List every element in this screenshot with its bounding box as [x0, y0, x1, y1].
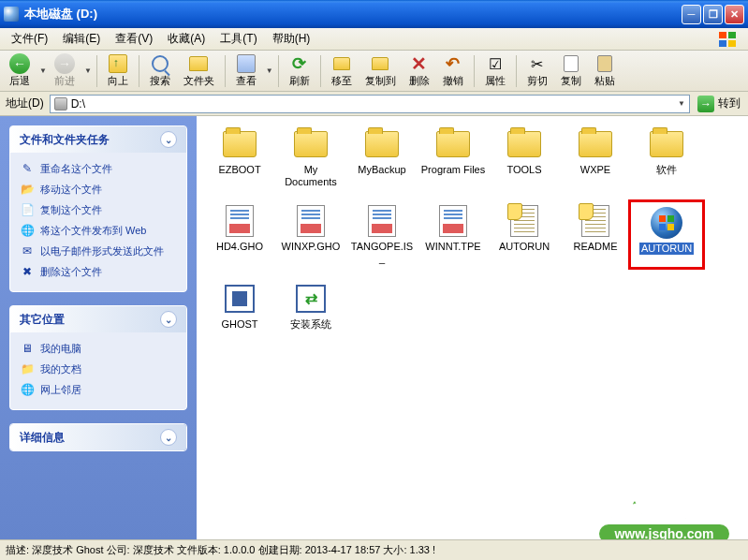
address-field[interactable]: D:\ ▼ [50, 95, 690, 113]
collapse-icon[interactable]: ⌄ [160, 131, 177, 148]
file-icon [226, 205, 254, 237]
folders-button[interactable]: 文件夹 [178, 52, 220, 90]
file-item[interactable]: HD4.GHO [206, 204, 273, 264]
file-item[interactable]: TANGOPE.IS_ [348, 204, 416, 264]
file-item[interactable]: TOOLS [491, 127, 558, 187]
cut-button[interactable]: ✂剪切 [521, 52, 553, 90]
address-value: D:\ [71, 97, 85, 111]
up-button[interactable]: 向上 [102, 52, 134, 90]
task-email[interactable]: ✉以电子邮件形式发送此文件 [20, 241, 177, 261]
file-item[interactable]: AUTORUN [633, 204, 700, 264]
tasks-header[interactable]: 文件和文件夹任务 ⌄ [10, 126, 186, 153]
email-icon: ✉ [20, 243, 35, 258]
place-mycomputer[interactable]: 🖥我的电脑 [20, 338, 177, 359]
address-label: 地址(D) [4, 96, 46, 111]
back-button[interactable]: ←后退 [4, 52, 36, 90]
task-delete[interactable]: ✖删除这个文件 [20, 261, 177, 282]
file-name: WINXP.GHO [282, 241, 341, 253]
rename-icon: ✎ [20, 161, 35, 176]
file-name: GHOST [221, 318, 257, 331]
folder-icon [223, 131, 257, 157]
file-name: AUTORUN [639, 243, 694, 255]
mydocs-icon: 📁 [20, 361, 35, 376]
views-button[interactable]: 查看 [230, 52, 262, 90]
folder-icon [507, 131, 541, 157]
menu-file[interactable]: 文件(F) [4, 29, 55, 49]
expand-icon[interactable]: ⌄ [160, 429, 177, 446]
folder-icon [436, 131, 470, 157]
app-icon [225, 285, 255, 313]
places-header[interactable]: 其它位置 ⌄ [10, 306, 186, 332]
file-name: TOOLS [506, 164, 541, 176]
address-dropdown-icon[interactable]: ▼ [678, 99, 685, 108]
file-item[interactable]: README [562, 204, 629, 264]
window-controls: ─ ❐ ✕ [682, 5, 744, 24]
copy-button[interactable]: 复制 [555, 52, 587, 90]
undo-button[interactable]: ↶撤销 [437, 52, 469, 90]
address-bar: 地址(D) D:\ ▼ → 转到 [0, 92, 748, 116]
views-dropdown-icon[interactable]: ▼ [266, 66, 273, 75]
search-button[interactable]: 搜索 [144, 52, 176, 90]
move-icon: 📂 [20, 182, 35, 197]
menu-favorites[interactable]: 收藏(A) [160, 29, 213, 49]
task-publish[interactable]: 🌐将这个文件发布到 Web [20, 220, 177, 241]
status-text: 描述: 深度技术 Ghost 公司: 深度技术 文件版本: 1.0.0.0 创建… [6, 543, 435, 557]
window-title: 本地磁盘 (D:) [24, 6, 97, 22]
copy-icon: 📄 [20, 202, 35, 217]
delete-button[interactable]: ✕删除 [403, 52, 435, 90]
file-item[interactable]: GHOST [206, 282, 273, 331]
place-network[interactable]: 🌐网上邻居 [20, 379, 177, 400]
drive-icon [4, 7, 19, 22]
minimize-button[interactable]: ─ [682, 5, 701, 24]
file-item[interactable]: MyBackup [348, 127, 416, 187]
file-name: WXPE [580, 164, 610, 176]
file-pane[interactable]: EZBOOTMy DocumentsMyBackupProgram FilesT… [197, 116, 748, 539]
copyto-button[interactable]: 复制到 [359, 52, 402, 90]
file-item[interactable]: Program Files [419, 127, 487, 187]
paste-button[interactable]: 粘贴 [589, 52, 621, 90]
refresh-button[interactable]: ⟳刷新 [284, 52, 315, 90]
place-label: 网上邻居 [40, 383, 81, 397]
file-item[interactable]: WINXP.GHO [277, 204, 345, 264]
task-copy[interactable]: 📄复制这个文件 [20, 199, 177, 220]
task-move[interactable]: 📂移动这个文件 [20, 179, 177, 199]
details-panel: 详细信息 ⌄ [9, 423, 187, 451]
file-name: AUTORUN [499, 241, 550, 253]
text-file-icon [581, 205, 609, 237]
file-item[interactable]: AUTORUN [491, 204, 558, 264]
menu-edit[interactable]: 编辑(E) [55, 29, 108, 49]
menubar: 文件(F) 编辑(E) 查看(V) 收藏(A) 工具(T) 帮助(H) [0, 28, 748, 51]
moveto-button[interactable]: 移至 [326, 52, 358, 90]
properties-button[interactable]: ☑属性 [479, 52, 511, 90]
menu-view[interactable]: 查看(V) [108, 29, 160, 49]
collapse-icon[interactable]: ⌄ [160, 311, 177, 328]
go-arrow-icon: → [697, 96, 714, 112]
file-name: WINNT.TPE [425, 241, 480, 253]
watermark: 技术员联盟 www.jsgho.com [592, 488, 737, 539]
file-name: MyBackup [358, 164, 405, 176]
file-item[interactable]: 安装系统 [277, 282, 345, 331]
place-mydocs[interactable]: 📁我的文档 [20, 359, 177, 379]
menu-tools[interactable]: 工具(T) [213, 29, 264, 49]
file-item[interactable]: EZBOOT [206, 127, 273, 187]
drive-icon [54, 97, 67, 111]
file-name: My Documents [278, 164, 344, 187]
task-rename[interactable]: ✎重命名这个文件 [20, 158, 177, 179]
file-item[interactable]: WXPE [562, 127, 629, 187]
file-item[interactable]: WINNT.TPE [419, 204, 487, 264]
task-label: 复制这个文件 [40, 203, 102, 217]
file-item[interactable]: 软件 [633, 127, 700, 187]
status-bar: 描述: 深度技术 Ghost 公司: 深度技术 文件版本: 1.0.0.0 创建… [0, 539, 748, 560]
maximize-button[interactable]: ❐ [703, 5, 723, 24]
close-button[interactable]: ✕ [725, 5, 744, 24]
forward-dropdown-icon[interactable]: ▼ [84, 66, 92, 75]
details-header[interactable]: 详细信息 ⌄ [10, 424, 186, 450]
file-item[interactable]: My Documents [277, 127, 345, 187]
file-icon [439, 205, 467, 237]
task-label: 删除这个文件 [40, 265, 102, 279]
go-button[interactable]: → 转到 [694, 96, 744, 112]
back-dropdown-icon[interactable]: ▼ [39, 66, 47, 75]
toolbar: ←后退 ▼ →前进 ▼ 向上 搜索 文件夹 查看 ▼ ⟳刷新 移至 复制到 ✕删… [0, 51, 748, 92]
file-name: 软件 [656, 164, 677, 176]
menu-help[interactable]: 帮助(H) [265, 29, 318, 49]
